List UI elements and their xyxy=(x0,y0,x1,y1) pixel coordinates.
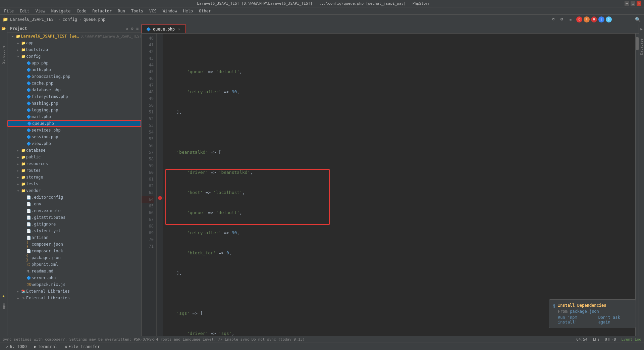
todo-label: 6: TODO xyxy=(10,344,27,349)
status-event-log[interactable]: Event Log xyxy=(621,337,641,342)
menu-item-edit[interactable]: Edit xyxy=(17,8,32,14)
tree-item-tests[interactable]: ▸ 📁 tests xyxy=(7,181,141,187)
tree-item-phpunit-xml[interactable]: ⬡ phpunit.xml xyxy=(7,261,141,268)
tab-queue-php[interactable]: 🔷 queue.php ✕ xyxy=(142,24,186,33)
tree-item-webpack-mix-js[interactable]: JS webpack.mix.js xyxy=(7,281,141,288)
tree-item-gitattributes[interactable]: 📄 .gitattributes xyxy=(7,214,141,221)
tree-item-database[interactable]: ▸ 📁 database xyxy=(7,147,141,154)
toolbar-search-button[interactable]: 🔍 xyxy=(634,16,641,23)
menu-item-tools[interactable]: Tools xyxy=(128,8,146,14)
maximize-button[interactable]: □ xyxy=(631,1,635,6)
tree-item-services-php[interactable]: 🔷 services.php xyxy=(7,127,141,134)
tree-item-public[interactable]: ▸ 📁 public xyxy=(7,154,141,160)
tree-item-storage[interactable]: ▸ 📁 storage xyxy=(7,174,141,181)
right-sidebar-icon1[interactable]: ▶ xyxy=(640,27,643,31)
tree-item-readme-md[interactable]: M↓ readme.md xyxy=(7,268,141,274)
toolbar-sync-button[interactable]: ↺ xyxy=(549,16,557,23)
tree-item-routes[interactable]: ▸ 📁 routes xyxy=(7,167,141,174)
browser-firefox[interactable]: F xyxy=(584,16,590,22)
tree-item-gitignore[interactable]: 📄 .gitignore xyxy=(7,221,141,228)
project-header-icon3[interactable]: ≡ xyxy=(136,26,139,31)
tree-item-root[interactable]: ▾ 📁 Laravel6_JSAPI_TEST [wechat_jsapi_pa… xyxy=(7,33,141,40)
tree-item-env-example[interactable]: 📄 .env.example xyxy=(7,207,141,214)
bottom-tab-terminal[interactable]: ▶ Terminal xyxy=(31,344,61,350)
tree-item-app-php[interactable]: 🔷 app.php xyxy=(7,60,141,66)
tree-item-env[interactable]: 📄 .env xyxy=(7,201,141,207)
tree-item-auth-php[interactable]: 🔷 auth.php xyxy=(7,66,141,73)
tree-item-editorconfig[interactable]: 📄 .editorconfig xyxy=(7,194,141,201)
code-area[interactable]: 'queue' => 'default', 'retry_after' => 9… xyxy=(163,34,635,336)
tree-item-broadcasting-php[interactable]: 🔷 broadcasting.php xyxy=(7,73,141,80)
browser-edge[interactable]: E xyxy=(598,16,604,22)
notification-from-file[interactable]: package.json xyxy=(570,309,599,314)
tree-item-scratches-consoles[interactable]: ▸ ✎ External Libraries xyxy=(7,295,141,301)
tree-item-composer-json[interactable]: { } composer.json xyxy=(7,241,141,248)
tab-close-queue-php[interactable]: ✕ xyxy=(177,27,181,32)
tree-label-env-example: .env.example xyxy=(32,208,141,213)
minimize-button[interactable]: ─ xyxy=(625,1,629,6)
bottom-tab-todo[interactable]: ✓ 6: TODO xyxy=(3,344,30,350)
tree-item-app[interactable]: ▸ 📁 app xyxy=(7,40,141,46)
toolbar-gear-button[interactable]: ≡ xyxy=(567,16,574,23)
tree-item-config[interactable]: ▾ 📁 config xyxy=(7,53,141,60)
browser-opera[interactable]: O xyxy=(591,16,597,22)
tree-label-env: .env xyxy=(32,202,141,206)
tree-item-bootstrap[interactable]: ▸ 📁 bootstrap xyxy=(7,46,141,53)
menu-item-vcs[interactable]: VCS xyxy=(147,8,159,14)
tree-item-filesystems-php[interactable]: 🔷 filesystems.php xyxy=(7,93,141,100)
right-sidebar-database-label[interactable]: Database xyxy=(640,39,643,55)
tree-item-resources[interactable]: ▸ 📁 resources xyxy=(7,160,141,167)
menu-item-refactor[interactable]: Refactor xyxy=(90,8,114,14)
tree-item-vendor[interactable]: ▾ 📁 vendor xyxy=(7,187,141,194)
tree-arrow-routes: ▸ xyxy=(15,169,21,172)
menu-item-help[interactable]: Help xyxy=(180,8,196,14)
code-line-43 xyxy=(166,129,635,136)
menu-item-view[interactable]: View xyxy=(33,8,48,14)
tree-label-database: database xyxy=(26,148,141,153)
status-indent[interactable]: LF↓ xyxy=(593,337,599,342)
menu-item-other[interactable]: Other xyxy=(196,8,214,14)
tree-item-mail-php[interactable]: 🔷 mail.php xyxy=(7,113,141,120)
menu-item-navigate[interactable]: Navigate xyxy=(49,8,73,14)
browser-chrome[interactable]: C xyxy=(576,16,582,22)
tree-item-cache-php[interactable]: 🔷 cache.php xyxy=(7,80,141,87)
side-icon-npm[interactable]: npm xyxy=(2,303,5,309)
tree-item-styleci[interactable]: 📄 .styleci.yml xyxy=(7,228,141,234)
tree-item-external-libraries[interactable]: ▸ 📚 External Libraries xyxy=(7,288,141,295)
status-encoding[interactable]: UTF-8 xyxy=(605,337,616,342)
tree-item-database-php[interactable]: 🔷 database.php xyxy=(7,87,141,93)
menu-item-run[interactable]: Run xyxy=(115,8,128,14)
bottom-tab-file-transfer[interactable]: ⇅ File Transfer xyxy=(61,344,103,350)
tree-item-session-php[interactable]: 🔷 session.php xyxy=(7,134,141,140)
tree-item-queue-php[interactable]: 🔷 queue.php xyxy=(7,120,141,127)
editor-scrollbar[interactable] xyxy=(635,34,639,336)
notification-dismiss-action[interactable]: Don't ask again xyxy=(598,315,632,324)
tree-item-view-php[interactable]: 🔷 view.php xyxy=(7,140,141,147)
side-icon-project[interactable]: 📂 xyxy=(1,26,7,32)
tree-item-server-php[interactable]: 🔷 server.php xyxy=(7,274,141,281)
tree-arrow-root: ▾ xyxy=(10,35,15,38)
breadcrumb-file[interactable]: queue.php xyxy=(84,17,105,22)
tree-label-server-php: server.php xyxy=(32,276,141,280)
notification-run-action[interactable]: Run 'npm install' xyxy=(558,315,596,324)
tree-item-logging-php[interactable]: 🔷 logging.php xyxy=(7,107,141,113)
menu-item-window[interactable]: Window xyxy=(160,8,180,14)
project-header-icon1[interactable]: ↺ xyxy=(126,26,128,31)
tree-item-package-json[interactable]: { } package.json xyxy=(7,254,141,261)
breadcrumb-project[interactable]: Laravel6_JSAPI_TEST xyxy=(10,17,56,22)
status-position[interactable]: 64:54 xyxy=(576,337,587,342)
menu-item-code[interactable]: Code xyxy=(74,8,89,14)
side-icon-structure[interactable]: Structure xyxy=(2,46,5,64)
php-icon-database: 🔷 xyxy=(26,87,32,93)
side-icon-favorites[interactable]: ★ xyxy=(1,293,7,299)
breadcrumb-config[interactable]: config xyxy=(63,17,77,22)
project-header-icon2[interactable]: ⚙ xyxy=(131,26,133,31)
close-button[interactable]: ✕ xyxy=(637,1,641,6)
toolbar-settings-button[interactable]: ⚙ xyxy=(558,16,566,23)
tree-item-hashing-php[interactable]: 🔷 hashing.php xyxy=(7,100,141,107)
menu-item-file[interactable]: File xyxy=(1,8,16,14)
tree-label-hashing-php: hashing.php xyxy=(32,101,141,106)
title-bar: Laravel6_JSAPI_TEST [D:\WWW\PHP\Laravel6… xyxy=(0,0,644,7)
browser-safari[interactable]: S xyxy=(606,16,612,22)
tree-arrow-resources: ▸ xyxy=(15,162,21,166)
